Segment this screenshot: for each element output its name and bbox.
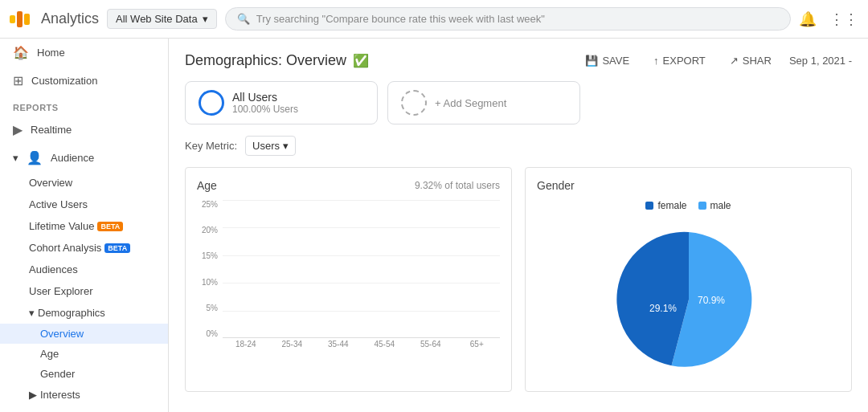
sub-interests-label: Interests xyxy=(40,389,80,401)
legend-female: female xyxy=(645,200,686,211)
property-name: All Web Site Data xyxy=(116,13,198,25)
date-range: Sep 1, 2021 - xyxy=(789,55,852,67)
male-pct-label: 70.9% xyxy=(697,295,724,306)
top-nav: Analytics All Web Site Data ▾ 🔍 Try sear… xyxy=(0,0,868,39)
logo-bar-yellow xyxy=(10,15,15,23)
pie-container: 29.1% 70.9% xyxy=(537,219,840,380)
metric-chevron: ▾ xyxy=(283,140,289,152)
add-segment-card[interactable]: + Add Segment xyxy=(387,81,580,124)
sidebar-item-audience[interactable]: ▾ 👤 Audience xyxy=(0,144,168,172)
sidebar-sub-demographics[interactable]: ▾ Demographics xyxy=(0,302,168,324)
sidebar-item-customization[interactable]: ⊞ Customization xyxy=(0,67,168,95)
key-metric-label: Key Metric: xyxy=(185,140,237,152)
charts-row: Age 9.32% of total users 25% 20% 15% 10%… xyxy=(185,167,852,392)
sub-sub-overview-label: Overview xyxy=(40,328,84,340)
chevron-right-icon-interests: ▶ xyxy=(29,389,37,401)
realtime-icon: ▶ xyxy=(13,122,23,137)
female-legend-label: female xyxy=(657,200,686,211)
sidebar-item-realtime[interactable]: ▶ Realtime xyxy=(0,116,168,144)
x-label-45-54: 45-54 xyxy=(365,340,405,351)
male-dot xyxy=(698,202,706,210)
sidebar-sub-interests[interactable]: ▶ Interests xyxy=(0,384,168,406)
y-label-15: 15% xyxy=(202,251,218,260)
page-title-text: Demographics: Overview xyxy=(185,52,346,69)
beta-badge-lifetime: BETA xyxy=(97,222,123,231)
logo-bar-gold xyxy=(24,14,30,25)
sidebar-sub-sub-age[interactable]: Age xyxy=(0,344,168,364)
x-label-35-44: 35-44 xyxy=(318,340,358,351)
apps-icon[interactable]: ⋮⋮ xyxy=(829,10,858,28)
all-users-segment[interactable]: All Users 100.00% Users xyxy=(185,81,378,124)
sidebar-item-home[interactable]: 🏠 Home xyxy=(0,39,168,67)
sidebar-sub-cohort-analysis[interactable]: Cohort Analysis BETA xyxy=(0,237,168,259)
sidebar-audience-label: Audience xyxy=(51,152,94,164)
header-actions: 💾 SAVE ↑ EXPORT ↗ SHAR Sep 1, 2021 - xyxy=(579,51,852,70)
content-area: Demographics: Overview ✅ 💾 SAVE ↑ EXPORT… xyxy=(169,39,868,412)
metric-value: Users xyxy=(252,140,280,152)
legend-male: male xyxy=(698,200,731,211)
search-bar[interactable]: 🔍 Try searching "Compare bounce rate thi… xyxy=(225,7,791,31)
sidebar-customization-label: Customization xyxy=(31,75,97,87)
main-layout: 🏠 Home ⊞ Customization REPORTS ▶ Realtim… xyxy=(0,39,868,412)
sub-overview-label: Overview xyxy=(29,177,72,189)
export-button[interactable]: ↑ EXPORT xyxy=(647,51,712,70)
sub-lifetime-value-label: Lifetime Value xyxy=(29,220,94,232)
add-segment-circle xyxy=(401,90,427,116)
pie-chart-svg: 29.1% 70.9% xyxy=(616,227,761,372)
bars-container xyxy=(223,200,500,338)
x-axis: 18-24 25-34 35-44 45-54 55-64 65+ xyxy=(223,338,500,353)
logo xyxy=(10,11,30,27)
save-button[interactable]: 💾 SAVE xyxy=(579,51,636,70)
y-label-20: 20% xyxy=(202,226,218,235)
gender-chart-header: Gender xyxy=(537,179,840,192)
home-icon: 🏠 xyxy=(13,45,29,60)
save-label: SAVE xyxy=(602,55,629,67)
chevron-down-icon: ▾ xyxy=(203,13,208,25)
gender-chart-card: Gender female male xyxy=(525,167,852,392)
chevron-down-icon-demo: ▾ xyxy=(29,307,35,319)
page-header: Demographics: Overview ✅ 💾 SAVE ↑ EXPORT… xyxy=(185,51,852,70)
add-segment-label: + Add Segment xyxy=(435,97,506,109)
key-metric-row: Key Metric: Users ▾ xyxy=(185,136,852,156)
share-button[interactable]: ↗ SHAR xyxy=(723,51,778,70)
beta-badge-cohort: BETA xyxy=(104,243,130,253)
sidebar-sub-lifetime-value[interactable]: Lifetime Value BETA xyxy=(0,215,168,237)
pie-legend: female male xyxy=(537,200,840,211)
sidebar-sub-sub-gender[interactable]: Gender xyxy=(0,364,168,384)
x-label-25-34: 25-34 xyxy=(272,340,313,351)
metric-select[interactable]: Users ▾ xyxy=(245,136,296,156)
app-title: Analytics xyxy=(41,10,99,27)
sub-audiences-label: Audiences xyxy=(29,263,78,275)
gender-chart-title: Gender xyxy=(537,179,575,192)
y-axis: 25% 20% 15% 10% 5% 0% xyxy=(197,200,223,353)
y-label-5: 5% xyxy=(207,304,218,312)
audience-icon: 👤 xyxy=(27,150,43,165)
all-users-circle xyxy=(199,90,224,116)
sub-sub-age-label: Age xyxy=(40,348,59,360)
customization-icon: ⊞ xyxy=(13,73,23,88)
x-label-55-64: 55-64 xyxy=(411,340,451,351)
male-legend-label: male xyxy=(710,200,731,211)
sub-sub-gender-label: Gender xyxy=(40,368,75,380)
sub-cohort-label: Cohort Analysis xyxy=(29,242,101,254)
property-selector[interactable]: All Web Site Data ▾ xyxy=(107,9,217,29)
y-label-0: 0% xyxy=(207,329,218,338)
sub-demographics-label: Demographics xyxy=(38,307,105,319)
segments-row: All Users 100.00% Users + Add Segment xyxy=(185,81,852,124)
export-label: EXPORT xyxy=(663,55,706,67)
sidebar: 🏠 Home ⊞ Customization REPORTS ▶ Realtim… xyxy=(0,39,169,412)
sidebar-sub-user-explorer[interactable]: User Explorer xyxy=(0,280,168,302)
sidebar-sub-active-users[interactable]: Active Users xyxy=(0,194,168,215)
sidebar-sub-audiences[interactable]: Audiences xyxy=(0,259,168,280)
notification-icon[interactable]: 🔔 xyxy=(799,10,817,28)
sidebar-sub-sub-overview[interactable]: Overview xyxy=(0,324,168,344)
search-icon: 🔍 xyxy=(237,13,250,25)
segment-info: All Users 100.00% Users xyxy=(232,91,298,115)
female-dot xyxy=(645,202,653,210)
age-chart-card: Age 9.32% of total users 25% 20% 15% 10%… xyxy=(185,167,512,392)
female-pct-label: 29.1% xyxy=(649,303,676,314)
sidebar-sub-overview[interactable]: Overview xyxy=(0,172,168,194)
segment-sub: 100.00% Users xyxy=(232,104,298,115)
age-chart-title: Age xyxy=(197,179,217,192)
verified-icon: ✅ xyxy=(353,53,369,68)
